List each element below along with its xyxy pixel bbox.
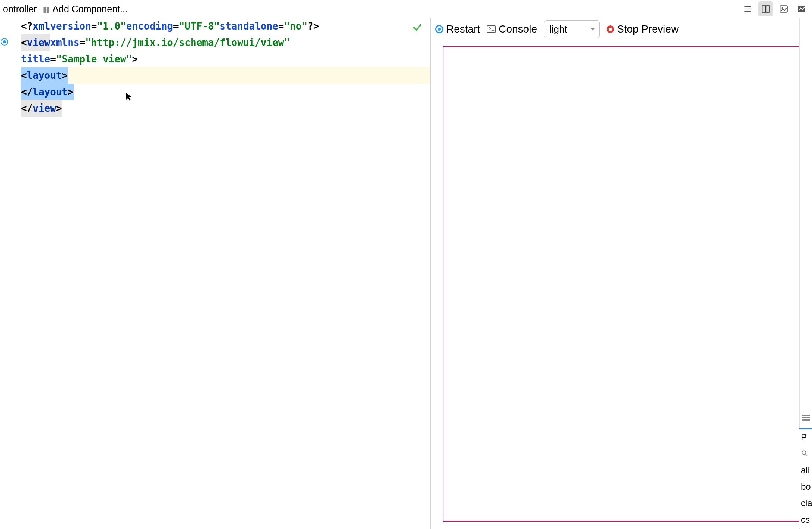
gutter-marker-icon[interactable] <box>0 37 9 46</box>
code-line[interactable]: </layout> <box>21 84 430 100</box>
top-toolbar: ontroller Add Component... <box>0 0 812 18</box>
svg-rect-1 <box>47 7 49 10</box>
properties-tab[interactable]: P <box>799 428 812 446</box>
code-line[interactable]: <?xml version="1.0" encoding="UTF-8" sta… <box>21 18 430 34</box>
svg-rect-3 <box>47 10 49 13</box>
svg-rect-8 <box>766 6 769 12</box>
editor-gutter <box>0 18 21 529</box>
console-icon <box>487 25 496 33</box>
code-line[interactable]: title="Sample view"> <box>21 51 430 67</box>
property-row[interactable]: ali <box>799 462 812 479</box>
component-icon <box>43 5 50 13</box>
restart-icon <box>435 25 443 33</box>
property-row[interactable]: bo <box>799 479 812 495</box>
restart-button[interactable]: Restart <box>435 23 480 35</box>
svg-rect-2 <box>44 10 46 13</box>
stop-preview-label: Stop Preview <box>617 23 679 35</box>
console-label: Console <box>499 23 537 35</box>
code-editor[interactable]: <?xml version="1.0" encoding="UTF-8" sta… <box>0 18 430 529</box>
svg-point-13 <box>3 40 6 43</box>
code-content[interactable]: <?xml version="1.0" encoding="UTF-8" sta… <box>21 18 430 529</box>
svg-line-18 <box>805 454 807 456</box>
toolbar-left: ontroller Add Component... <box>3 4 128 15</box>
code-line[interactable]: <view xmlns="http://jmix.io/schema/flowu… <box>21 34 430 51</box>
main-area: <?xml version="1.0" encoding="UTF-8" sta… <box>0 18 812 529</box>
property-row[interactable]: cs <box>799 511 812 528</box>
preview-canvas[interactable] <box>443 46 800 522</box>
restart-label: Restart <box>446 23 480 35</box>
controller-label: ontroller <box>3 4 37 15</box>
view-mode-split-icon[interactable] <box>758 1 773 16</box>
preview-toolbar: Restart Console light Stop Preview <box>431 18 812 40</box>
stop-icon <box>607 25 614 33</box>
theme-value: light <box>549 24 567 35</box>
svg-rect-14 <box>802 415 810 416</box>
add-component-button[interactable]: Add Component... <box>43 4 128 15</box>
code-line[interactable]: </view> <box>21 100 430 117</box>
view-mode-list-icon[interactable] <box>740 1 755 16</box>
toolbar-right <box>740 1 809 16</box>
svg-rect-0 <box>44 7 46 10</box>
view-mode-image-icon[interactable] <box>794 1 809 16</box>
controller-tab[interactable]: ontroller <box>3 4 37 15</box>
svg-rect-7 <box>762 6 765 12</box>
svg-rect-15 <box>802 417 810 418</box>
stop-preview-button[interactable]: Stop Preview <box>607 23 679 35</box>
preview-pane: Restart Console light Stop Preview P <box>430 18 812 529</box>
properties-panel-partial: P ali bo cla cs <box>799 428 812 528</box>
search-icon[interactable] <box>799 446 812 462</box>
property-row[interactable]: cla <box>799 495 812 511</box>
text-caret <box>68 69 68 81</box>
properties-panel-icon[interactable] <box>801 413 811 422</box>
add-component-label: Add Component... <box>52 4 128 15</box>
console-button[interactable]: Console <box>487 23 537 35</box>
code-line[interactable]: <layout> <box>21 67 430 84</box>
view-mode-preview-icon[interactable] <box>776 1 791 16</box>
theme-select[interactable]: light <box>544 20 600 38</box>
svg-rect-16 <box>802 419 810 421</box>
